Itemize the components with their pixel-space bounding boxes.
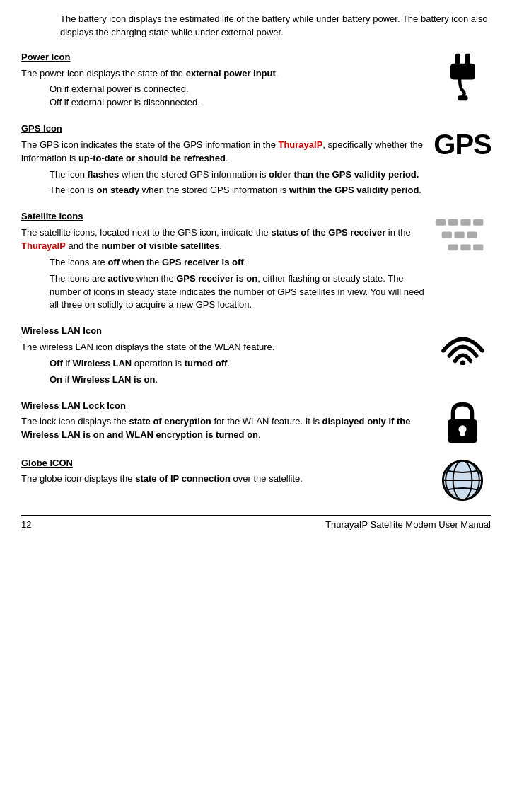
globe-title: Globe ICON bbox=[21, 457, 427, 470]
gps-text-icon: GPS bbox=[434, 124, 491, 165]
power-indent: On if external power is connected. Off i… bbox=[50, 83, 427, 110]
gps-icon-box: GPS bbox=[434, 122, 491, 165]
svg-rect-13 bbox=[473, 245, 483, 251]
manual-title: ThurayaIP Satellite Modem User Manual bbox=[325, 518, 491, 532]
wlan-lock-body: The lock icon displays the state of encr… bbox=[21, 415, 427, 442]
gps-indent2: The icon is on steady when the stored GP… bbox=[50, 184, 427, 197]
svg-rect-12 bbox=[460, 245, 470, 251]
satellite-title: Satellite Icons bbox=[21, 210, 427, 224]
svg-rect-9 bbox=[454, 232, 464, 238]
globe-icon bbox=[441, 458, 484, 502]
intro-text: The battery icon displays the estimated … bbox=[60, 13, 491, 40]
satellite-body: The satellite icons, located next to the… bbox=[21, 226, 427, 253]
wlan-signal-icon bbox=[440, 326, 486, 365]
globe-body: The globe icon displays the state of IP … bbox=[21, 472, 427, 486]
satellite-text: Satellite Icons The satellite icons, loc… bbox=[21, 210, 427, 315]
power-icon-box bbox=[434, 51, 491, 102]
footer: 12 ThurayaIP Satellite Modem User Manual bbox=[21, 515, 491, 532]
wlan-lock-icon-box bbox=[434, 400, 491, 447]
power-section: Power Icon The power icon displays the s… bbox=[21, 51, 491, 112]
svg-rect-8 bbox=[442, 232, 452, 238]
wlan-indent2: On if Wireless LAN is on. bbox=[50, 373, 427, 387]
wlan-icon-box bbox=[434, 325, 491, 365]
svg-rect-4 bbox=[436, 219, 446, 226]
svg-rect-6 bbox=[460, 219, 470, 226]
wlan-lock-title: Wireless LAN Lock Icon bbox=[21, 400, 427, 413]
svg-point-14 bbox=[460, 361, 465, 365]
gps-body: The GPS icon indicates the state of the … bbox=[21, 139, 427, 166]
power-title: Power Icon bbox=[21, 51, 427, 64]
svg-rect-5 bbox=[448, 219, 458, 226]
wlan-lock-text: Wireless LAN Lock Icon The lock icon dis… bbox=[21, 400, 427, 443]
power-plug-icon bbox=[443, 52, 482, 102]
gps-title: GPS Icon bbox=[21, 122, 427, 136]
wlan-lock-section: Wireless LAN Lock Icon The lock icon dis… bbox=[21, 400, 491, 447]
globe-section: Globe ICON The globe icon displays the s… bbox=[21, 457, 491, 502]
satellite-section: Satellite Icons The satellite icons, loc… bbox=[21, 210, 491, 315]
wlan-title: Wireless LAN Icon bbox=[21, 325, 427, 338]
wlan-body: The wireless LAN icon displays the state… bbox=[21, 341, 427, 354]
globe-icon-box bbox=[434, 457, 491, 502]
gps-text: GPS Icon The GPS icon indicates the stat… bbox=[21, 122, 427, 200]
svg-rect-10 bbox=[467, 232, 477, 238]
svg-rect-0 bbox=[455, 53, 460, 64]
svg-rect-11 bbox=[448, 245, 458, 251]
gps-indent1: The icon flashes when the stored GPS inf… bbox=[50, 168, 427, 182]
svg-rect-3 bbox=[458, 95, 467, 100]
svg-rect-7 bbox=[473, 219, 483, 226]
svg-rect-1 bbox=[465, 53, 470, 64]
svg-rect-2 bbox=[450, 63, 475, 79]
lock-icon bbox=[444, 401, 481, 447]
gps-section: GPS Icon The GPS icon indicates the stat… bbox=[21, 122, 491, 200]
satellite-indent2: The icons are active when the GPS receiv… bbox=[50, 272, 427, 313]
wlan-section: Wireless LAN Icon The wireless LAN icon … bbox=[21, 325, 491, 389]
power-body: The power icon displays the state of the… bbox=[21, 67, 427, 81]
satellite-bars-icon bbox=[434, 216, 491, 255]
satellite-indent1: The icons are off when the GPS receiver … bbox=[50, 256, 427, 269]
wlan-indent1: Off if Wireless LAN operation is turned … bbox=[50, 357, 427, 371]
satellite-icon-box bbox=[434, 210, 491, 255]
globe-text: Globe ICON The globe icon displays the s… bbox=[21, 457, 427, 487]
power-text: Power Icon The power icon displays the s… bbox=[21, 51, 427, 112]
wlan-text: Wireless LAN Icon The wireless LAN icon … bbox=[21, 325, 427, 389]
page-number: 12 bbox=[21, 518, 31, 532]
svg-rect-17 bbox=[460, 429, 465, 435]
